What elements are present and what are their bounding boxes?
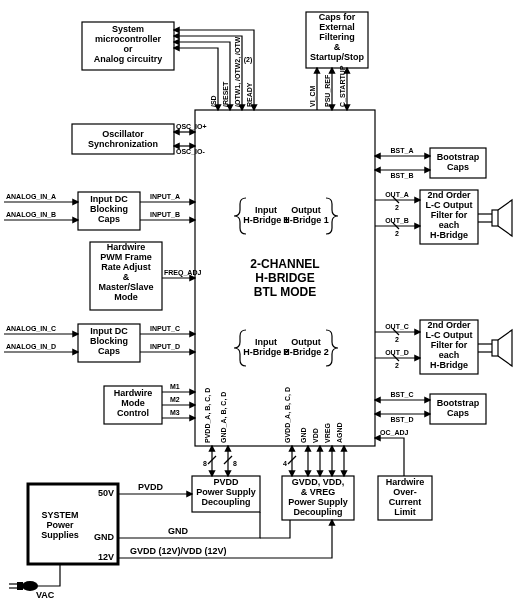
svg-text:GND_A, B, C, D: GND_A, B, C, D (220, 392, 228, 443)
svg-text:VREG: VREG (324, 423, 331, 443)
svg-text:GVDD_A, B, C, D: GVDD_A, B, C, D (284, 387, 292, 443)
svg-rect-0 (492, 210, 498, 226)
svg-text:BST_D: BST_D (391, 416, 414, 423)
svg-text:OC_ADJ: OC_ADJ (380, 429, 409, 436)
svg-text:GND: GND (168, 526, 189, 536)
svg-text:(2): (2) (244, 56, 253, 64)
svg-text:OUT_A: OUT_A (385, 191, 409, 198)
svg-text:M3: M3 (170, 409, 180, 416)
svg-text:8: 8 (203, 460, 207, 467)
lc1-label: 2nd OrderL-C OutputFilter foreachH-Bridg… (426, 190, 473, 240)
svg-text:OSC_IO-: OSC_IO- (176, 148, 205, 155)
gvdd-dec-label: GVDD, VDD,& VREGPower SupplyDecoupling (288, 477, 348, 517)
svg-text:/RESET: /RESET (222, 81, 229, 107)
svg-text:BST_B: BST_B (391, 172, 414, 179)
svg-text:BST_A: BST_A (391, 147, 414, 154)
psu-12: 12V (98, 552, 114, 562)
svg-rect-1 (492, 340, 498, 356)
svg-text:OUT_D: OUT_D (385, 349, 409, 356)
vac-plug: VAC (9, 564, 60, 599)
svg-text:M2: M2 (170, 396, 180, 403)
svg-text:/SD: /SD (210, 95, 217, 107)
svg-text:2: 2 (395, 362, 399, 369)
svg-text:INPUT_D: INPUT_D (150, 343, 180, 350)
svg-text:GND: GND (300, 427, 307, 443)
svg-text:INPUT_A: INPUT_A (150, 193, 180, 200)
svg-text:ANALOG_IN_B: ANALOG_IN_B (6, 211, 56, 218)
svg-text:INPUT_B: INPUT_B (150, 211, 180, 218)
psu-50: 50V (98, 488, 114, 498)
svg-text:GVDD (12V)/VDD (12V): GVDD (12V)/VDD (12V) (130, 546, 227, 556)
chip-title1: 2-CHANNEL (250, 257, 319, 271)
speaker1 (492, 200, 512, 236)
svg-text:BST_C: BST_C (391, 391, 414, 398)
speaker2 (492, 330, 512, 366)
svg-text:INPUT_C: INPUT_C (150, 325, 180, 332)
svg-text:OSC_IO+: OSC_IO+ (176, 123, 207, 130)
svg-text:ANALOG_IN_D: ANALOG_IN_D (6, 343, 56, 350)
svg-text:VDD: VDD (312, 428, 319, 443)
svg-rect-51 (17, 582, 23, 590)
svg-text:AGND: AGND (336, 422, 343, 443)
svg-text:PSU_REF: PSU_REF (324, 74, 331, 107)
svg-text:2: 2 (395, 230, 399, 237)
svg-text:OUT_B: OUT_B (385, 217, 409, 224)
svg-text:VI_CM: VI_CM (309, 85, 316, 107)
svg-text:VAC: VAC (36, 590, 55, 599)
svg-text:8: 8 (233, 460, 237, 467)
chip-title3: BTL MODE (254, 285, 316, 299)
psu-label: SYSTEMPowerSupplies (41, 510, 79, 540)
svg-text:/OTW1, /OTW2, /OTW: /OTW1, /OTW2, /OTW (234, 36, 242, 107)
svg-text:FREQ_ADJ: FREQ_ADJ (164, 269, 201, 277)
psu-gnd: GND (94, 532, 115, 542)
svg-text:ANALOG_IN_A: ANALOG_IN_A (6, 193, 56, 200)
svg-text:M1: M1 (170, 383, 180, 390)
svg-text:PVDD_A, B, C, D: PVDD_A, B, C, D (204, 388, 212, 443)
svg-text:PVDD: PVDD (138, 482, 164, 492)
chip-title2: H-BRIDGE (255, 271, 314, 285)
svg-text:2: 2 (395, 204, 399, 211)
svg-text:OUT_C: OUT_C (385, 323, 409, 330)
svg-text:ANALOG_IN_C: ANALOG_IN_C (6, 325, 56, 332)
svg-text:2: 2 (395, 336, 399, 343)
svg-text:4: 4 (283, 460, 287, 467)
svg-text:C_STARTUP: C_STARTUP (339, 65, 346, 107)
lc2-label: 2nd OrderL-C OutputFilter foreachH-Bridg… (426, 320, 473, 370)
svg-text:READY: READY (246, 82, 253, 107)
